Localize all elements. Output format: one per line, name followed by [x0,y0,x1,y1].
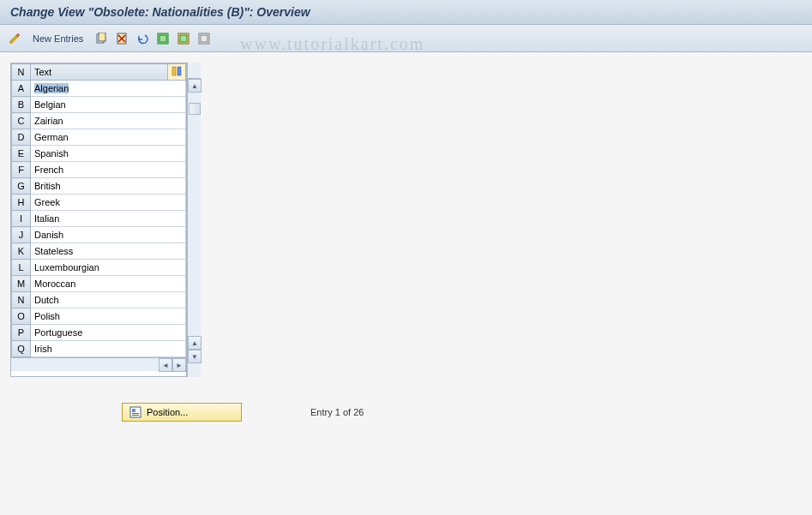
row-text-cell[interactable]: Stateless [31,243,186,260]
table-row[interactable]: NDutch [12,292,186,308]
row-key-cell[interactable]: J [12,227,31,243]
table-row[interactable]: GBritish [12,178,186,195]
footer-row: Position... Entry 1 of 26 [10,403,802,422]
svg-rect-8 [180,35,187,42]
table-row[interactable]: LLuxembourgian [12,260,186,276]
scroll-up-button[interactable]: ▲ [188,79,201,93]
table-row[interactable]: AAlgerian [12,81,186,97]
table-row[interactable]: FFrench [12,162,186,178]
svg-rect-14 [132,409,135,412]
position-button-label: Position... [147,407,188,417]
svg-rect-12 [177,67,181,75]
scroll-left-button[interactable]: ◄ [159,358,172,372]
table-row[interactable]: DGerman [12,129,186,146]
table-row[interactable]: PPortuguese [12,325,186,341]
delete-icon[interactable] [114,31,129,46]
row-text-cell[interactable]: Zairian [31,113,186,129]
row-text-cell[interactable]: Danish [31,227,186,243]
scroll-right-button[interactable]: ► [172,358,186,372]
scroll-down-button[interactable]: ▼ [188,350,201,363]
table-row[interactable]: HGreek [12,195,186,211]
table-row[interactable]: CZairian [12,113,186,129]
row-key-cell[interactable]: O [12,308,31,325]
select-all-icon[interactable] [155,31,171,46]
row-text-cell[interactable]: Dutch [31,292,186,308]
row-key-cell[interactable]: M [12,276,31,292]
page-title: Change View "Obsolete: Nationalities (B)… [10,5,802,19]
svg-rect-16 [132,415,139,416]
table-row[interactable]: ESpanish [12,146,186,162]
scroll-row-up-button[interactable]: ▲ [188,336,201,350]
horizontal-scrollbar: ◄ ► [11,357,186,371]
row-key-cell[interactable]: G [12,178,31,195]
select-block-icon[interactable] [176,31,191,46]
row-text-cell[interactable]: Greek [31,195,186,211]
row-key-cell[interactable]: C [12,113,31,129]
column-header-text[interactable]: Text [31,64,168,81]
column-config-button[interactable] [168,64,186,81]
row-key-cell[interactable]: E [12,146,31,162]
toggle-change-icon[interactable] [7,31,22,46]
row-key-cell[interactable]: P [12,325,31,341]
position-button[interactable]: Position... [122,403,242,422]
row-text-cell[interactable]: Irish [31,341,186,357]
row-key-cell[interactable]: A [12,81,31,97]
row-text-cell[interactable]: Belgian [31,97,186,113]
column-header-n[interactable]: N [12,64,31,81]
svg-rect-15 [132,413,139,414]
copy-icon[interactable] [93,31,109,46]
table-row[interactable]: OPolish [12,308,186,325]
nationality-table: N Text AAlgerianBBelgianCZairianDGermanE… [11,63,186,357]
table-row[interactable]: KStateless [12,243,186,260]
table-row[interactable]: QIrish [12,341,186,357]
svg-rect-11 [172,67,176,75]
row-key-cell[interactable]: K [12,243,31,260]
vertical-scrollbar: ▲ ▲ ▼ [187,63,201,377]
title-bar: Change View "Obsolete: Nationalities (B)… [0,0,812,25]
scroll-thumb[interactable] [189,103,201,115]
row-text-cell[interactable]: Italian [31,211,186,227]
row-text-cell[interactable]: Spanish [31,146,186,162]
row-text-cell[interactable]: German [31,129,186,146]
deselect-all-icon[interactable] [196,31,212,46]
row-key-cell[interactable]: Q [12,341,31,357]
undo-icon[interactable] [135,31,150,46]
row-text-cell[interactable]: Portuguese [31,325,186,341]
table-row[interactable]: IItalian [12,211,186,227]
row-key-cell[interactable]: N [12,292,31,308]
row-text-cell[interactable]: British [31,178,186,195]
row-key-cell[interactable]: I [12,211,31,227]
content-area: N Text AAlgerianBBelgianCZairianDGermanE… [0,52,812,432]
row-text-cell[interactable]: Algerian [31,81,186,97]
toolbar: New Entries [0,25,812,52]
row-key-cell[interactable]: F [12,162,31,178]
row-key-cell[interactable]: H [12,195,31,211]
row-text-cell[interactable]: French [31,162,186,178]
svg-rect-1 [99,33,105,41]
table-row[interactable]: MMoroccan [12,276,186,292]
row-text-cell[interactable]: Polish [31,308,186,325]
row-key-cell[interactable]: L [12,260,31,276]
table-row[interactable]: BBelgian [12,97,186,113]
row-text-cell[interactable]: Moroccan [31,276,186,292]
row-key-cell[interactable]: D [12,129,31,146]
data-table-container: N Text AAlgerianBBelgianCZairianDGermanE… [10,63,187,377]
row-key-cell[interactable]: B [12,97,31,113]
entry-counter-text: Entry 1 of 26 [310,407,364,417]
table-row[interactable]: JDanish [12,227,186,243]
new-entries-button[interactable]: New Entries [27,32,88,45]
row-text-cell[interactable]: Luxembourgian [31,260,186,276]
